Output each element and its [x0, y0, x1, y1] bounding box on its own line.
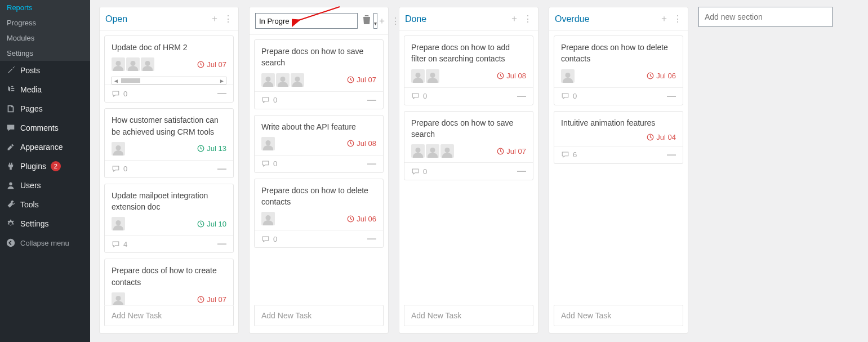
collapse-menu[interactable]: Collapse menu — [0, 233, 90, 252]
card-collapse-icon[interactable]: — — [517, 91, 526, 101]
card-comments[interactable]: 0 — [411, 167, 427, 176]
kanban-card[interactable]: Write about the API featureJul 080— — [254, 115, 384, 173]
column-title-input[interactable] — [255, 13, 358, 29]
avatar — [276, 73, 290, 87]
card-footer: 0— — [255, 230, 383, 247]
kanban-card[interactable]: How customer satisfaction can be achieve… — [104, 108, 234, 178]
card-footer: 4— — [105, 235, 233, 252]
card-collapse-icon[interactable]: — — [217, 239, 226, 249]
menu-item-comments[interactable]: Comments — [0, 118, 90, 137]
kanban-card[interactable]: Prepare docs on how to save searchJul 07… — [254, 39, 384, 109]
add-task-input[interactable]: Add New Task — [254, 305, 384, 326]
card-due-date: Jul 07 — [347, 75, 376, 84]
add-card-icon[interactable]: ＋ — [660, 13, 669, 25]
menu-item-pages[interactable]: Pages — [0, 99, 90, 118]
menu-item-posts[interactable]: Posts — [0, 61, 90, 80]
menu-item-settings[interactable]: Settings — [0, 214, 90, 233]
card-due-date: Jul 08 — [347, 139, 376, 148]
card-collapse-icon[interactable]: — — [217, 164, 226, 174]
add-card-icon[interactable]: ＋ — [377, 15, 386, 27]
card-collapse-icon[interactable]: — — [367, 159, 376, 169]
card-due-date: Jul 06 — [347, 215, 376, 223]
add-card-icon[interactable]: ＋ — [510, 13, 519, 25]
card-comments[interactable]: 0 — [261, 159, 277, 168]
kanban-board: Open＋⋮Update doc of HRM 2Jul 07◄►0—How c… — [99, 7, 688, 334]
column-menu-icon[interactable]: ⋮ — [224, 14, 233, 24]
kanban-card[interactable]: Prepare docs on how to delete contactsJu… — [554, 35, 683, 105]
card-collapse-icon[interactable]: — — [367, 95, 376, 105]
kanban-card[interactable]: Prepare docs on how to delete contactsJu… — [254, 179, 384, 248]
column-menu-icon[interactable]: ⋮ — [523, 14, 532, 24]
column-title[interactable]: Open — [105, 14, 210, 24]
menu-item-label: Tools — [20, 200, 39, 209]
card-avatars — [112, 217, 125, 230]
avatar — [261, 137, 275, 150]
card-comments[interactable]: 0 — [112, 90, 127, 98]
card-avatars — [411, 144, 454, 158]
card-comments[interactable]: 6 — [561, 150, 577, 159]
kanban-column: Overdue＋⋮Prepare docs on how to delete c… — [549, 7, 688, 334]
menu-item-label: Comments — [20, 123, 59, 132]
column-title[interactable]: Done — [405, 14, 510, 24]
avatar — [291, 73, 304, 87]
card-due-date: Jul 07 — [497, 147, 526, 156]
menu-item-users[interactable]: Users — [0, 176, 90, 195]
card-footer: 0— — [105, 160, 233, 177]
menu-item-label: Settings — [20, 219, 49, 228]
card-comments[interactable]: 4 — [112, 240, 127, 248]
column-title[interactable]: Overdue — [555, 14, 660, 24]
menu-item-appearance[interactable]: Appearance — [0, 137, 90, 157]
card-comments[interactable]: 0 — [261, 96, 277, 104]
card-title: Update mailpoet integration extension do… — [105, 184, 233, 215]
card-comments[interactable]: 0 — [561, 92, 577, 100]
avatar — [426, 69, 439, 83]
card-footer: 0— — [404, 87, 533, 105]
add-card-icon[interactable]: ＋ — [210, 13, 219, 25]
submenu-item[interactable]: Reports — [0, 0, 90, 15]
kanban-card[interactable]: Update mailpoet integration extension do… — [104, 184, 234, 254]
card-avatars — [261, 212, 275, 225]
card-comments[interactable]: 0 — [411, 92, 427, 100]
avatar — [112, 142, 125, 156]
menu-item-media[interactable]: Media — [0, 80, 90, 99]
card-collapse-icon[interactable]: — — [517, 166, 526, 176]
card-comments[interactable]: 0 — [112, 165, 127, 173]
kanban-card[interactable]: Prepare docs on how to save searchJul 07… — [404, 111, 533, 181]
column-dropdown[interactable] — [373, 13, 377, 29]
card-collapse-icon[interactable]: — — [217, 88, 226, 99]
card-avatars — [112, 292, 125, 305]
avatar — [411, 144, 425, 158]
card-due-date: Jul 04 — [647, 133, 676, 141]
card-title: Update doc of HRM 2 — [105, 36, 233, 55]
menu-item-tools[interactable]: Tools — [0, 195, 90, 214]
card-title: Prepare docs on how to delete contacts — [255, 179, 383, 210]
card-collapse-icon[interactable]: — — [667, 91, 676, 101]
submenu-item[interactable]: Progress — [0, 15, 90, 30]
kanban-card[interactable]: Intuitive animation featuresJul 046— — [554, 111, 683, 164]
card-footer: 0— — [404, 162, 533, 180]
card-footer: 6— — [554, 146, 683, 163]
card-hscroll[interactable]: ◄► — [112, 77, 226, 85]
avatar — [261, 212, 275, 225]
card-footer: 0— — [255, 91, 383, 109]
submenu-item[interactable]: Modules — [0, 30, 90, 46]
submenu-item[interactable]: Settings — [0, 46, 90, 61]
card-due-date: Jul 07 — [197, 295, 226, 304]
card-collapse-icon[interactable]: — — [667, 150, 676, 160]
add-task-input[interactable]: Add New Task — [554, 305, 683, 326]
card-comments[interactable]: 0 — [261, 235, 277, 243]
menu-item-label: Media — [20, 85, 42, 94]
kanban-card[interactable]: Update doc of HRM 2Jul 07◄►0— — [104, 35, 234, 103]
menu-item-plugins[interactable]: Plugins2 — [0, 157, 90, 176]
add-task-input[interactable]: Add New Task — [404, 305, 533, 326]
card-title: Prepare docs on how to save search — [404, 112, 533, 143]
card-collapse-icon[interactable]: — — [367, 234, 376, 244]
kanban-card[interactable]: Prepare docs of how to create contactsJu… — [104, 259, 234, 305]
menu-item-label: Plugins — [20, 162, 46, 171]
kanban-card[interactable]: Prepare docs on how to add filter on sea… — [404, 35, 533, 105]
add-new-section-input[interactable] — [698, 7, 833, 27]
card-due-date: Jul 10 — [197, 220, 226, 228]
column-menu-icon[interactable]: ⋮ — [673, 14, 682, 24]
trash-icon[interactable] — [362, 15, 371, 27]
add-task-input[interactable]: Add New Task — [104, 305, 234, 326]
